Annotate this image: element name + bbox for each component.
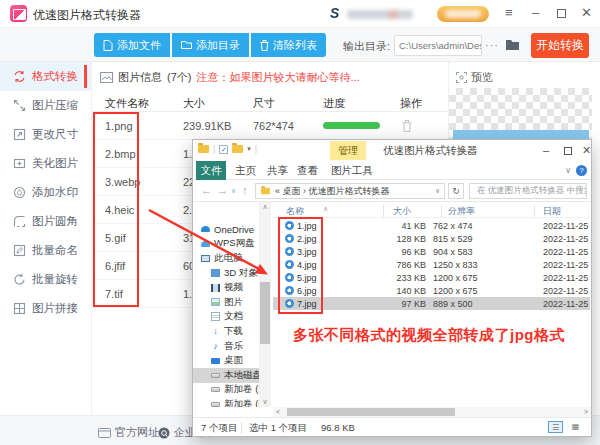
output-path-input[interactable]: C:\Users\admin\Deskto <box>394 35 482 56</box>
horizontal-scrollbar[interactable]: < > <box>273 407 591 417</box>
sidebar-item-documents[interactable]: 文档 <box>193 310 259 325</box>
explorer-maximize-icon[interactable] <box>564 147 572 155</box>
compress-icon <box>13 99 26 112</box>
tab-home[interactable]: 主页 <box>235 161 256 180</box>
forward-icon[interactable]: → <box>217 184 228 196</box>
chevron-down-icon[interactable]: ▾ <box>247 145 251 153</box>
column-resolution[interactable]: 分辨率 <box>448 205 475 218</box>
close-icon[interactable]: ✕ <box>581 6 592 20</box>
sidebar-item-3d-objects[interactable]: 3D 对象 <box>193 266 259 281</box>
picture-icon <box>211 298 220 306</box>
sidebar-item-watermark[interactable]: 添加水印 <box>0 178 91 207</box>
main-titlebar: 优速图片格式转换器 S ≡ – ✕ <box>0 0 600 28</box>
website-icon <box>98 428 111 438</box>
sidebar-item-stitch[interactable]: 图片拼接 <box>0 294 91 323</box>
sidebar-item-batch-rename[interactable]: 批量命名 <box>0 236 91 265</box>
resize-icon <box>13 128 26 141</box>
tab-file[interactable]: 文件 <box>196 161 226 180</box>
screen: 优速图片格式转换器 S ≡ – ✕ 添加文件 添加目录 清 <box>0 0 600 445</box>
ribbon-collapse-icon[interactable]: ∨ <box>565 166 571 175</box>
toolbar-button-group: 添加文件 添加目录 清除列表 <box>94 33 326 57</box>
cloud-icon <box>201 226 210 232</box>
sidebar-item-music[interactable]: ♪音乐 <box>193 339 259 354</box>
address-bar[interactable]: « 桌面 › 优速图片格式转换器 ∨ <box>255 183 445 199</box>
blurred-badge-button[interactable] <box>437 6 489 22</box>
sidebar-item-round-corner[interactable]: 图片圆角 <box>0 207 91 236</box>
thumbnail-view-icon[interactable]: ▦ <box>568 421 583 433</box>
image-info-bar: 图片信息 (7个) 注意：如果图片较大请耐心等待... <box>100 70 360 85</box>
sidebar-scrollbar[interactable]: ∧ ∨ <box>259 202 271 407</box>
recent-chevron-icon[interactable]: ∨ <box>231 187 236 195</box>
rotate-icon <box>13 273 26 286</box>
start-convert-button[interactable]: 开始转换 <box>531 33 589 58</box>
sidebar-item-format-convert[interactable]: 格式转换 <box>0 62 91 91</box>
browse-more-button[interactable]: ··· <box>485 39 499 51</box>
details-view-icon[interactable]: ☰ <box>548 421 563 433</box>
new-folder-icon[interactable] <box>232 145 243 153</box>
up-icon[interactable]: ↑ <box>242 184 248 196</box>
music-icon: ♪ <box>211 341 220 351</box>
delete-row-icon[interactable] <box>402 120 412 132</box>
sidebar-item-resize[interactable]: 更改尺寸 <box>0 120 91 149</box>
sidebar-item-pictures[interactable]: 图片 <box>193 295 259 310</box>
stitch-icon <box>13 302 26 315</box>
properties-icon[interactable]: ✓ <box>219 145 228 154</box>
preview-icon <box>456 72 467 83</box>
wechat-icon <box>158 427 170 439</box>
help-icon[interactable]: ? <box>576 165 587 176</box>
sidebar-item-downloads[interactable]: ↓下载 <box>193 324 259 339</box>
tab-picture-tools[interactable]: 图片工具 <box>331 161 373 180</box>
column-size[interactable]: 大小 <box>393 205 411 218</box>
tab-share[interactable]: 共享 <box>267 161 288 180</box>
rename-icon <box>13 244 26 257</box>
sidebar-item-videos[interactable]: 视频 <box>193 280 259 295</box>
sidebar-item-local-disk-c[interactable]: 本地磁盘 (C: <box>193 368 259 383</box>
scrollbar-thumb[interactable] <box>287 408 455 416</box>
sidebar-item-onedrive[interactable]: OneDrive <box>193 222 259 237</box>
add-directory-button[interactable]: 添加目录 <box>172 33 249 57</box>
refresh-icon[interactable]: ↻ <box>448 183 464 199</box>
sort-ascending-icon: ∧ <box>323 205 328 213</box>
progress-bar <box>323 122 380 129</box>
sidebar-item-volume-e[interactable]: 新加卷 (E:) <box>193 383 259 398</box>
chevron-down-icon[interactable]: ∨ <box>435 187 440 195</box>
table-row[interactable]: 1.png 239.91KB 762*474 <box>92 112 448 140</box>
sidebar-item-compress[interactable]: 图片压缩 <box>0 91 91 120</box>
sidebar-item-wps-cloud[interactable]: WPS网盘 <box>193 237 259 252</box>
menu-icon[interactable]: ≡ <box>505 6 513 20</box>
scroll-left-icon[interactable]: < <box>276 408 280 415</box>
sidebar-item-volume-f[interactable]: 新加卷 (F:) <box>193 397 259 407</box>
selected-size: 96.8 KB <box>321 422 355 433</box>
sidebar-item-desktop[interactable]: 桌面 <box>193 353 259 368</box>
drive-icon <box>211 373 220 378</box>
sidebar-item-batch-rotate[interactable]: 批量旋转 <box>0 265 91 294</box>
folder-icon <box>181 40 192 50</box>
scrollbar-thumb[interactable] <box>260 282 270 344</box>
clear-list-button[interactable]: 清除列表 <box>251 33 326 57</box>
explorer-ribbon-tabs: 文件 主页 共享 查看 图片工具 ∨ ? <box>193 161 591 180</box>
column-date[interactable]: 日期 <box>543 205 561 218</box>
annotation-rectangle-source-files <box>93 112 139 307</box>
explorer-minimize-icon[interactable]: – <box>543 144 549 156</box>
items-count: 7 个项目 <box>201 422 237 435</box>
main-toolbar: 添加文件 添加目录 清除列表 输出目录: C:\Users\admin\Desk… <box>0 28 600 62</box>
scroll-right-icon[interactable]: > <box>584 408 588 415</box>
maximize-icon[interactable] <box>557 9 566 18</box>
explorer-close-icon[interactable]: ✕ <box>582 144 591 157</box>
add-file-button[interactable]: 添加文件 <box>94 33 170 57</box>
minimize-icon[interactable]: – <box>532 6 539 20</box>
tab-manage[interactable]: 管理 <box>330 141 366 160</box>
computer-icon <box>201 255 210 262</box>
official-site-link[interactable]: 官方网址 <box>98 425 159 440</box>
explorer-statusbar: 7 个项目 选中 1 个项目 96.8 KB ☰ ▦ <box>193 417 591 436</box>
search-input[interactable]: 在 优速图片格式转换器 中搜索 <box>469 183 587 199</box>
scroll-up-icon[interactable]: ∧ <box>259 203 271 211</box>
quick-access-toolbar: | ✓ ▾ | <box>198 144 257 154</box>
open-folder-icon[interactable] <box>505 38 520 51</box>
annotation-caption: 多张不同格式的视频全部转成了jpg格式 <box>293 326 565 345</box>
sidebar-item-beautify[interactable]: 美化图片 <box>0 149 91 178</box>
scroll-down-icon[interactable]: ∨ <box>259 398 271 406</box>
back-icon[interactable]: ← <box>201 184 212 196</box>
tab-view[interactable]: 查看 <box>297 161 318 180</box>
sidebar-item-this-pc[interactable]: 此电脑 <box>193 251 259 266</box>
